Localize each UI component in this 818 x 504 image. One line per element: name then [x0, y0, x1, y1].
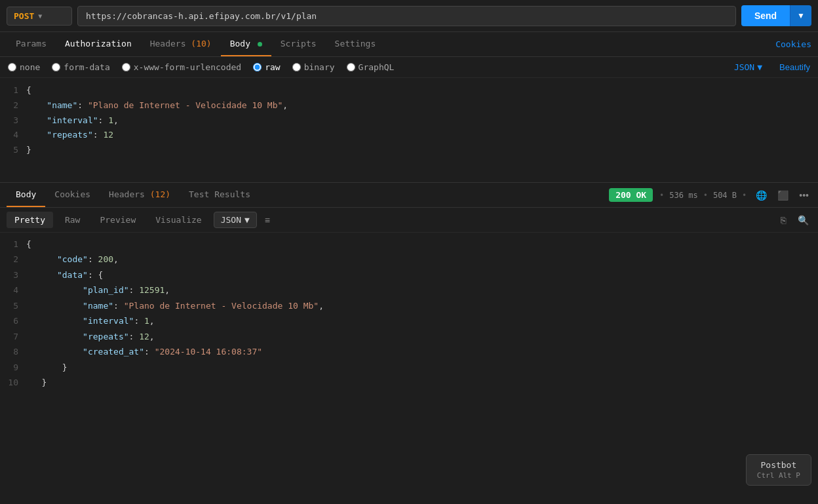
postbot-tooltip[interactable]: Postbot Ctrl Alt P — [746, 454, 811, 486]
response-tab-test-results[interactable]: Test Results — [180, 183, 260, 207]
send-button[interactable]: Send — [741, 5, 790, 26]
format-tab-visualize[interactable]: Visualize — [147, 212, 209, 228]
response-json-select[interactable]: JSON ▼ — [214, 212, 257, 228]
copy-response-button[interactable]: ⎘ — [778, 214, 789, 227]
option-graphql[interactable]: GraphQL — [347, 62, 395, 72]
option-none[interactable]: none — [8, 62, 40, 72]
resp-line-2: 2 "code": 200, — [0, 252, 818, 267]
postbot-label: Postbot — [760, 460, 796, 470]
json-format-select[interactable]: JSON ▼ — [734, 62, 762, 72]
cookies-link[interactable]: Cookies — [775, 39, 811, 49]
option-binary[interactable]: binary — [292, 62, 335, 72]
format-tab-pretty[interactable]: Pretty — [7, 212, 53, 228]
postbot-shortcut: Ctrl Alt P — [757, 471, 800, 480]
response-body-editor: 1 { 2 "code": 200, 3 "data": { 4 "plan_i… — [0, 233, 818, 394]
more-options-icon[interactable]: ••• — [796, 189, 811, 202]
method-chevron-icon: ▼ — [38, 12, 42, 20]
resp-line-3: 3 "data": { — [0, 267, 818, 282]
search-response-button[interactable]: 🔍 — [795, 214, 811, 227]
send-dropdown-button[interactable]: ▼ — [790, 5, 811, 26]
format-icon[interactable]: ⬛ — [775, 189, 791, 202]
format-right-icons: ⎘ 🔍 — [778, 214, 811, 227]
resp-line-9: 9 } — [0, 360, 818, 375]
url-input[interactable] — [77, 6, 736, 26]
resp-line-5: 5 "name": "Plano de Internet - Velocidad… — [0, 298, 818, 313]
resp-line-1: 1 { — [0, 237, 818, 252]
method-select[interactable]: POST ▼ — [7, 7, 72, 26]
response-time: 536 ms — [669, 191, 697, 200]
code-line-5: 5 } — [0, 143, 818, 158]
resp-line-4: 4 "plan_id": 12591, — [0, 282, 818, 298]
body-options-bar: none form-data x-www-form-urlencoded raw… — [0, 57, 818, 78]
request-tab-bar: Params Authorization Headers (10) Body S… — [0, 32, 818, 57]
response-icons: 🌐 ⬛ ••• — [753, 189, 811, 202]
tab-body[interactable]: Body — [221, 32, 271, 56]
code-line-4: 4 "repeats": 12 — [0, 128, 818, 143]
method-label: POST — [14, 11, 34, 21]
tab-scripts[interactable]: Scripts — [271, 32, 326, 56]
response-size: 504 B — [713, 191, 737, 200]
status-badge: 200 OK — [609, 188, 653, 202]
body-dot-indicator — [258, 42, 262, 47]
option-url-encoded[interactable]: x-www-form-urlencoded — [122, 62, 241, 72]
resp-line-7: 7 "repeats": 12, — [0, 329, 818, 344]
json-chevron-icon: ▼ — [757, 62, 762, 72]
request-body-editor[interactable]: 1 { 2 "name": "Plano de Internet - Veloc… — [0, 78, 818, 183]
tab-params[interactable]: Params — [7, 32, 56, 56]
json-dropdown-icon: ▼ — [244, 215, 250, 225]
response-format-bar: Pretty Raw Preview Visualize JSON ▼ ≡ ⎘ … — [0, 208, 818, 233]
code-line-3: 3 "interval": 1, — [0, 113, 818, 128]
option-raw[interactable]: raw — [253, 62, 280, 72]
format-tab-raw[interactable]: Raw — [57, 212, 88, 228]
resp-line-10: 10 } — [0, 375, 818, 390]
resp-line-6: 6 "interval": 1, — [0, 313, 818, 328]
tab-headers[interactable]: Headers (10) — [141, 32, 221, 56]
tab-authorization[interactable]: Authorization — [56, 32, 141, 56]
tab-settings[interactable]: Settings — [326, 32, 385, 56]
resp-line-8: 8 "created_at": "2024-10-14 16:08:37" — [0, 344, 818, 359]
network-icon[interactable]: 🌐 — [753, 189, 769, 202]
code-line-2: 2 "name": "Plano de Internet - Velocidad… — [0, 98, 818, 113]
response-tab-cookies[interactable]: Cookies — [45, 183, 100, 207]
wrap-lines-button[interactable]: ≡ — [261, 212, 274, 228]
option-form-data[interactable]: form-data — [52, 62, 109, 72]
format-tab-preview[interactable]: Preview — [92, 212, 144, 228]
code-line-1: 1 { — [0, 83, 818, 98]
url-bar: POST ▼ Send ▼ — [0, 0, 818, 32]
response-meta: • 536 ms • 504 B • — [658, 191, 748, 200]
response-tab-headers[interactable]: Headers (12) — [100, 183, 180, 207]
send-btn-group: Send ▼ — [741, 5, 811, 26]
response-tab-body[interactable]: Body — [7, 183, 45, 207]
response-tab-bar: Body Cookies Headers (12) Test Results 2… — [0, 183, 818, 208]
beautify-button[interactable]: Beautify — [779, 62, 810, 72]
